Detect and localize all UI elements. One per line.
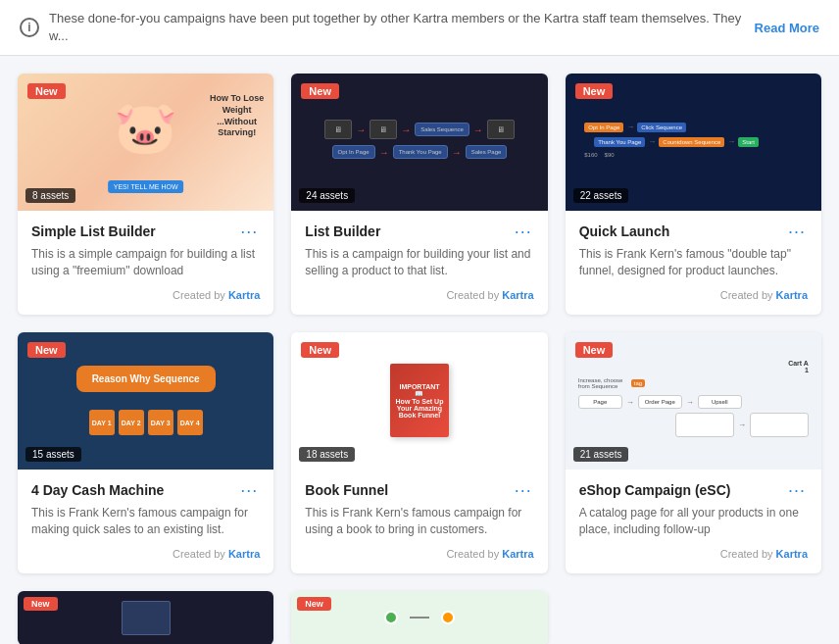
mini-screen-7: [122, 601, 171, 635]
card-description-2: This is a campaign for building your lis…: [305, 246, 533, 279]
card-body-3: Quick Launch ··· This is Frank Kern's fa…: [566, 211, 821, 315]
created-by-link-2[interactable]: Kartra: [502, 289, 533, 301]
flow-arrow-1: →: [356, 124, 366, 135]
created-by-link-5[interactable]: Kartra: [502, 548, 533, 560]
card-title-row-6: eShop Campaign (eSC) ···: [579, 481, 808, 499]
card-footer-6: Created by Kartra: [579, 548, 808, 560]
created-by-label-3: Created by: [720, 289, 776, 301]
card-menu-btn-5[interactable]: ···: [513, 481, 534, 499]
created-by-label-4: Created by: [173, 548, 228, 560]
mini-node-orange: [441, 611, 455, 624]
card-image-2: New 🖥 → 🖥 → Sales Sequence → 🖥 Opt In Pa…: [291, 74, 547, 211]
mini-node-green-1: [384, 611, 398, 624]
flow-arrow-3: →: [473, 124, 483, 135]
created-by-label-5: Created by: [446, 548, 502, 560]
card-description-3: This is Frank Kern's famous "double tap"…: [579, 246, 808, 279]
partial-grid: New New: [0, 591, 839, 644]
card-title-2: List Builder: [305, 223, 380, 239]
campaign-card-6: New Cart A1 Increase, choose from Sequen…: [566, 332, 821, 573]
day-box-3: DAY 3: [148, 410, 173, 435]
flow-diagram: 🖥 → 🖥 → Sales Sequence → 🖥 Opt In Page →…: [304, 112, 534, 173]
day-box-2: DAY 2: [119, 410, 144, 435]
asset-badge-3: 22 assets: [573, 188, 629, 203]
info-icon: i: [20, 18, 39, 37]
day-col-1: DAY 1: [89, 410, 115, 435]
eshop-box-small-2: [750, 413, 809, 437]
card-title-row-2: List Builder ···: [305, 223, 533, 240]
monitor-icon-2: 🖥: [370, 120, 397, 139]
flow-box-2: Opt In Page: [332, 145, 375, 159]
book-thumbnail: IMPORTANT📖How To Set UpYour AmazingBook …: [390, 364, 449, 437]
partial-card-7: New: [18, 591, 273, 644]
card-body-1: Simple List Builder ··· This is a simple…: [18, 211, 273, 315]
card-menu-btn-2[interactable]: ···: [513, 223, 534, 240]
card-menu-btn-3[interactable]: ···: [786, 223, 808, 240]
new-badge-5: New: [301, 342, 339, 358]
funnel-price-value: $90: [605, 152, 615, 158]
partial-new-badge-8: New: [297, 597, 331, 611]
eshop-arrow-2: →: [686, 398, 694, 407]
day-col-3: DAY 3: [148, 410, 173, 435]
info-bar-left: i These done-for-you campaigns have been…: [20, 10, 755, 45]
new-badge-2: New: [301, 83, 339, 99]
card-footer-5: Created by Kartra: [305, 548, 533, 560]
funnel-box-start: Start: [738, 137, 759, 147]
card-cta-btn-1: YES! TELL ME HOW: [108, 180, 184, 193]
reason-why-content: Reason Why Sequence DAY 1 DAY 2 DAY 3 DA…: [18, 366, 273, 435]
asset-badge-6: 21 assets: [573, 447, 629, 462]
campaign-grid: New 🐷 How To LoseWeight...WithoutStarvin…: [0, 56, 839, 590]
flow-box-1: Sales Sequence: [415, 123, 469, 136]
eshop-box-small-1: [675, 413, 734, 437]
partial-card-placeholder: [566, 591, 821, 644]
flow-box-3: Thank You Page: [393, 145, 448, 159]
asset-badge-1: 8 assets: [25, 188, 75, 203]
day-box-4: DAY 4: [177, 410, 203, 435]
mini-line-8: [410, 617, 429, 619]
card-menu-btn-6[interactable]: ···: [786, 481, 808, 499]
mini-nodes-8: [384, 611, 455, 624]
eshop-label-1: Increase, choose from Sequence: [578, 377, 627, 389]
card-title-3: Quick Launch: [579, 223, 670, 239]
funnel-box-thankyou: Thank You Page: [594, 137, 645, 147]
card-title-row-1: Simple List Builder ···: [31, 223, 260, 240]
day-box-1: DAY 1: [89, 410, 115, 435]
funnel-box-click: Click Sequence: [637, 123, 686, 132]
card-title-row-4: 4 Day Cash Machine ···: [31, 481, 260, 499]
card-image-6: New Cart A1 Increase, choose from Sequen…: [566, 332, 821, 470]
card-image-3: New Opt In Page → Click Sequence Thank Y…: [566, 74, 821, 211]
card-title-4: 4 Day Cash Machine: [31, 482, 164, 498]
asset-badge-2: 24 assets: [299, 188, 355, 203]
card-title-6: eShop Campaign (eSC): [579, 482, 731, 498]
asset-badge-4: 15 assets: [25, 447, 81, 462]
card-footer-3: Created by Kartra: [579, 289, 808, 301]
funnel-box-optin: Opt In Page: [584, 123, 623, 132]
created-by-label-2: Created by: [446, 289, 502, 301]
read-more-button[interactable]: Read More: [755, 21, 819, 35]
campaign-card-3: New Opt In Page → Click Sequence Thank Y…: [566, 74, 821, 315]
created-by-link-3[interactable]: Kartra: [776, 289, 808, 301]
card-image-5: New IMPORTANT📖How To Set UpYour AmazingB…: [291, 332, 547, 470]
card-body-6: eShop Campaign (eSC) ··· A catalog page …: [566, 470, 821, 573]
card-menu-btn-1[interactable]: ···: [238, 223, 260, 240]
card-title-5: Book Funnel: [305, 482, 388, 498]
reason-why-box: Reason Why Sequence: [76, 366, 216, 392]
pig-icon: 🐷: [114, 98, 177, 158]
created-by-link-6[interactable]: Kartra: [776, 548, 808, 560]
created-by-link-4[interactable]: Kartra: [228, 548, 260, 560]
card-menu-btn-4[interactable]: ···: [238, 481, 260, 499]
card-image-1: New 🐷 How To LoseWeight...WithoutStarvin…: [18, 74, 273, 211]
card-footer-4: Created by Kartra: [31, 548, 260, 560]
info-text: These done-for-you campaigns have been p…: [49, 10, 755, 45]
created-by-label-6: Created by: [720, 548, 776, 560]
card-title-row-3: Quick Launch ···: [579, 223, 808, 240]
created-by-link-1[interactable]: Kartra: [228, 289, 260, 301]
new-badge-1: New: [27, 83, 66, 99]
card-body-4: 4 Day Cash Machine ··· This is Frank Ker…: [18, 470, 273, 573]
info-bar: i These done-for-you campaigns have been…: [0, 0, 839, 56]
partial-new-badge-7: New: [24, 597, 58, 611]
campaign-card-2: New 🖥 → 🖥 → Sales Sequence → 🖥 Opt In Pa…: [291, 74, 547, 315]
partial-card-image-7: New: [18, 591, 273, 644]
eshop-title: Cart A1: [578, 360, 809, 373]
eshop-diagram: Cart A1 Increase, choose from Sequence t…: [578, 360, 809, 441]
card-footer-2: Created by Kartra: [305, 289, 533, 301]
